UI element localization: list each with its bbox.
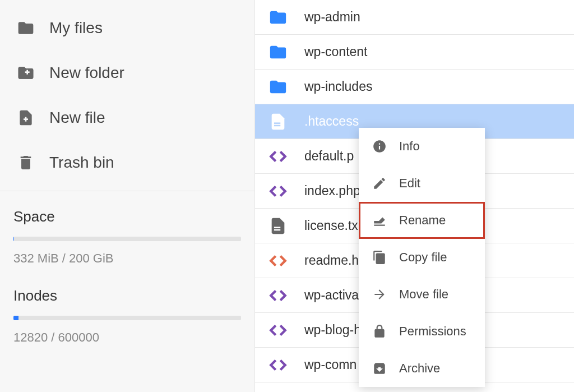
stat-inodes-label: Inodes: [13, 287, 241, 305]
svg-rect-5: [274, 124, 280, 126]
file-name: index.php: [304, 183, 360, 199]
file-icon: [269, 216, 288, 236]
sidebar-item-label: New file: [49, 109, 105, 127]
svg-rect-7: [274, 229, 280, 230]
menu-item-rename[interactable]: Rename: [359, 202, 485, 239]
trash-icon: [17, 154, 35, 172]
file-name: wp-admin: [304, 10, 360, 25]
info-icon: [372, 139, 387, 154]
sidebar-item-label: Trash bin: [49, 154, 114, 172]
menu-item-permissions[interactable]: Permissions: [359, 313, 485, 350]
menu-item-copy[interactable]: Copy file: [359, 239, 485, 276]
menu-item-label: Move file: [399, 287, 448, 302]
menu-item-label: Info: [399, 139, 420, 154]
file-name: license.tx: [304, 218, 358, 233]
folder-icon: [269, 43, 288, 62]
folder-icon: [269, 77, 288, 96]
file-row[interactable]: wp-includes: [255, 70, 574, 104]
file-name: readme.h: [304, 253, 359, 268]
sidebar-item-label: My files: [49, 19, 103, 37]
svg-rect-1: [26, 70, 28, 75]
svg-rect-3: [25, 117, 27, 122]
file-icon: [269, 112, 288, 131]
new-file-icon: [17, 109, 35, 127]
menu-item-label: Copy file: [399, 250, 447, 265]
code-icon: [269, 321, 288, 340]
file-name: wp-comn: [304, 357, 357, 372]
file-name: wp-content: [304, 44, 368, 59]
folder-icon: [269, 8, 288, 27]
code-icon: [269, 251, 288, 270]
code-icon: [269, 356, 288, 375]
sidebar-item-label: New folder: [49, 64, 124, 82]
file-list: wp-adminwp-contentwp-includes.htaccessde…: [255, 0, 574, 392]
folder-icon: [17, 19, 35, 37]
menu-item-label: Rename: [399, 213, 446, 228]
sidebar-item-trash[interactable]: Trash bin: [0, 140, 254, 185]
archive-icon: [372, 361, 387, 376]
sidebar-nav: My files New folder New file Trash bin: [0, 0, 254, 191]
code-icon: [269, 286, 288, 305]
new-folder-icon: [17, 64, 35, 82]
menu-item-edit[interactable]: Edit: [359, 165, 485, 202]
svg-rect-6: [274, 227, 280, 228]
stat-inodes-bar: [13, 316, 241, 320]
file-name: default.p: [304, 149, 354, 164]
file-row[interactable]: wp-admin: [255, 0, 574, 35]
copy-icon: [372, 250, 387, 265]
edit-icon: [372, 176, 387, 191]
svg-rect-4: [274, 122, 280, 124]
context-menu: Info Edit Rename Copy file Move file Per…: [359, 128, 485, 387]
file-name: wp-blog-h: [304, 322, 361, 338]
file-row[interactable]: wp-content: [255, 35, 574, 70]
sidebar-item-new-file[interactable]: New file: [0, 95, 254, 140]
menu-item-move[interactable]: Move file: [359, 276, 485, 313]
move-icon: [372, 287, 387, 302]
menu-item-label: Edit: [399, 176, 420, 191]
file-name: wp-activa: [304, 288, 359, 303]
file-name: wp-includes: [304, 79, 372, 94]
sidebar: My files New folder New file Trash bin S…: [0, 0, 255, 392]
menu-item-info[interactable]: Info: [359, 128, 485, 165]
menu-item-label: Permissions: [399, 324, 466, 339]
stat-inodes: Inodes 12820 / 600000: [13, 287, 241, 345]
sidebar-item-new-folder[interactable]: New folder: [0, 50, 254, 95]
file-name: .htaccess: [304, 114, 359, 129]
menu-item-archive[interactable]: Archive: [359, 350, 485, 387]
menu-item-label: Archive: [399, 361, 440, 376]
stat-space-label: Space: [13, 208, 241, 225]
stat-space-bar: [13, 237, 241, 241]
lock-icon: [372, 324, 387, 339]
stat-inodes-value: 12820 / 600000: [13, 330, 241, 345]
sidebar-item-my-files[interactable]: My files: [0, 6, 254, 50]
rename-icon: [372, 213, 387, 228]
code-icon: [269, 182, 288, 201]
stats-panel: Space 332 MiB / 200 GiB Inodes 12820 / 6…: [0, 191, 254, 366]
stat-space-value: 332 MiB / 200 GiB: [13, 251, 241, 266]
stat-space: Space 332 MiB / 200 GiB: [13, 208, 241, 266]
code-icon: [269, 147, 288, 166]
